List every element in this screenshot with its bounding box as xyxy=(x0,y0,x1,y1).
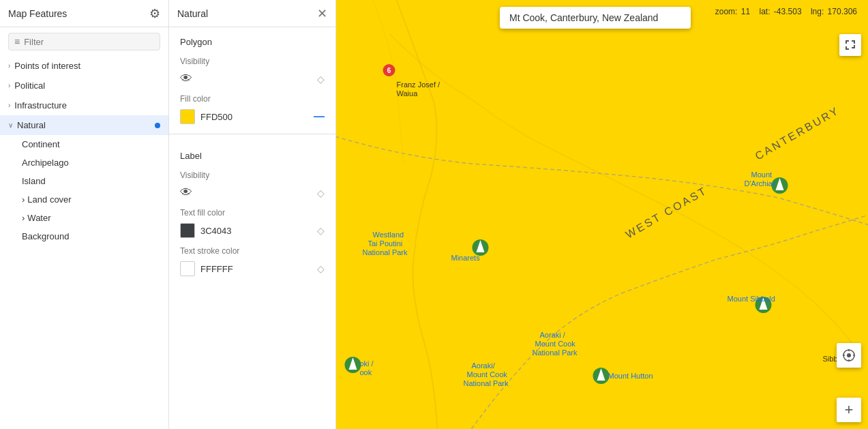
polygon-fill-color-swatch[interactable] xyxy=(180,109,195,124)
filter-icon: ≡ xyxy=(14,36,20,47)
sidebar-sub-item-background[interactable]: Background xyxy=(0,227,168,246)
label-text-fill-value: 3C4043 xyxy=(200,226,232,236)
label-text-stroke-label: Text stroke color xyxy=(169,241,335,258)
close-button[interactable]: ✕ xyxy=(317,8,327,20)
sidebar-sub-item-land-cover[interactable]: › Land cover xyxy=(0,190,168,209)
svg-text:Aoraki /: Aoraki / xyxy=(540,331,566,339)
sidebar-item-infrastructure[interactable]: › Infrastructure xyxy=(0,95,168,115)
fullscreen-button[interactable] xyxy=(839,34,861,56)
location-button[interactable] xyxy=(837,343,861,368)
left-sidebar: Map Features ⚙ ≡ › Points of interest › … xyxy=(0,0,169,429)
label-section-title: Label xyxy=(169,141,335,165)
svg-text:6: 6 xyxy=(387,67,391,74)
label-visibility-eye-icon[interactable]: 👁 xyxy=(180,186,192,200)
label-text-stroke-diamond-icon[interactable]: ◇ xyxy=(317,263,325,274)
chevron-right-icon: › xyxy=(22,194,25,205)
chevron-down-icon: ∨ xyxy=(8,121,13,129)
sidebar-item-label: Points of interest xyxy=(14,61,80,71)
middle-panel-title: Natural xyxy=(177,8,208,19)
polygon-visibility-row: 👁 ◇ xyxy=(169,69,335,89)
svg-text:D'Archiac: D'Archiac xyxy=(745,179,777,188)
svg-text:Minarets: Minarets xyxy=(451,254,481,262)
polygon-fill-color-value: FFD500 xyxy=(200,112,233,122)
chevron-right-icon: › xyxy=(8,82,10,89)
label-text-stroke-value: FFFFFF xyxy=(200,264,233,274)
filter-bar[interactable]: ≡ xyxy=(8,33,160,50)
svg-text:Mount Hutton: Mount Hutton xyxy=(608,372,653,380)
section-divider xyxy=(169,134,335,134)
sidebar-sub-item-continent[interactable]: Continent xyxy=(0,135,168,153)
sidebar-item-political[interactable]: › Political xyxy=(0,76,168,95)
chevron-right-icon: › xyxy=(22,213,25,223)
sidebar-item-label: Natural xyxy=(17,120,46,130)
label-text-stroke-row: FFFFFF ◇ xyxy=(169,258,335,279)
svg-text:National Park: National Park xyxy=(363,248,408,256)
sub-item-label: Land cover xyxy=(27,194,71,205)
label-text-stroke-swatch[interactable] xyxy=(180,261,195,276)
filter-input[interactable] xyxy=(24,37,154,47)
map-search-container xyxy=(500,7,704,29)
sub-item-label: Continent xyxy=(22,139,60,149)
polygon-section-title: Polygon xyxy=(169,27,335,51)
polygon-visibility-eye-icon[interactable]: 👁 xyxy=(180,72,192,86)
zoom-in-button[interactable]: + xyxy=(837,398,861,422)
polygon-visibility-label: Visibility xyxy=(169,51,335,69)
chevron-right-icon: › xyxy=(8,62,10,70)
sub-item-label: Island xyxy=(22,176,46,186)
location-icon xyxy=(842,349,856,362)
sub-item-label: Archipelago xyxy=(22,158,69,168)
sidebar-item-label: Political xyxy=(14,80,45,91)
active-dot xyxy=(155,123,160,128)
sidebar-header: Map Features ⚙ xyxy=(0,0,168,27)
sidebar-item-natural[interactable]: ∨ Natural xyxy=(0,115,168,135)
svg-text:National Park: National Park xyxy=(533,349,578,357)
polygon-fill-color-minus-icon[interactable]: — xyxy=(314,110,325,123)
svg-text:Mount: Mount xyxy=(751,171,773,179)
label-visibility-row: 👁 ◇ xyxy=(169,183,335,203)
middle-panel-header: Natural ✕ xyxy=(169,0,335,27)
svg-text:ook: ook xyxy=(360,368,372,376)
sidebar-item-points-of-interest[interactable]: › Points of interest xyxy=(0,56,168,76)
fullscreen-icon xyxy=(845,40,856,50)
polygon-fill-color-label: Fill color xyxy=(169,89,335,106)
map-area[interactable]: zoom: 11 lat: -43.503 lng: 170.306 6 Fra… xyxy=(336,0,868,429)
middle-panel: Natural ✕ Polygon Visibility 👁 ◇ Fill co… xyxy=(169,0,336,429)
svg-rect-0 xyxy=(336,0,868,429)
text-stroke-left: FFFFFF xyxy=(180,261,233,276)
label-visibility-label: Visibility xyxy=(169,165,335,183)
label-text-fill-swatch[interactable] xyxy=(180,223,195,238)
label-text-fill-diamond-icon[interactable]: ◇ xyxy=(317,225,325,236)
polygon-fill-color-row: FFD500 — xyxy=(169,106,335,127)
svg-text:Mount Cook: Mount Cook xyxy=(467,370,508,379)
map-search-input[interactable] xyxy=(500,7,691,29)
sub-item-label: Background xyxy=(22,231,69,241)
svg-text:Mount Cook: Mount Cook xyxy=(535,340,576,348)
sidebar-title: Map Features xyxy=(8,8,67,19)
sidebar-item-label: Infrastructure xyxy=(14,100,67,110)
svg-text:Waiua: Waiua xyxy=(397,89,419,98)
svg-text:oki /: oki / xyxy=(360,359,374,368)
svg-text:Westland: Westland xyxy=(373,231,404,239)
sidebar-sub-item-water[interactable]: › Water xyxy=(0,209,168,227)
sidebar-sub-item-archipelago[interactable]: Archipelago xyxy=(0,153,168,172)
settings-icon[interactable]: ⚙ xyxy=(149,6,160,21)
label-text-fill-label: Text fill color xyxy=(169,203,335,220)
map-svg: 6 Franz Josef / Waiua WEST COAST CANTERB… xyxy=(336,0,868,429)
fill-color-left: FFD500 xyxy=(180,109,233,124)
sub-item-label: Water xyxy=(27,213,50,223)
sidebar-sub-item-island[interactable]: Island xyxy=(0,172,168,190)
label-visibility-diamond-icon[interactable]: ◇ xyxy=(317,188,325,198)
svg-text:Tai Poutini: Tai Poutini xyxy=(368,239,403,248)
svg-text:Aoraki/: Aoraki/ xyxy=(472,361,496,370)
svg-point-35 xyxy=(847,353,851,357)
label-text-fill-row: 3C4043 ◇ xyxy=(169,220,335,241)
chevron-right-icon: › xyxy=(8,102,10,109)
polygon-visibility-diamond-icon[interactable]: ◇ xyxy=(317,74,325,85)
svg-text:Mount Sibbald: Mount Sibbald xyxy=(728,295,775,303)
plus-icon: + xyxy=(845,401,854,419)
svg-text:Franz Josef /: Franz Josef / xyxy=(397,80,441,89)
text-fill-left: 3C4043 xyxy=(180,223,232,238)
svg-text:National Park: National Park xyxy=(464,379,509,387)
